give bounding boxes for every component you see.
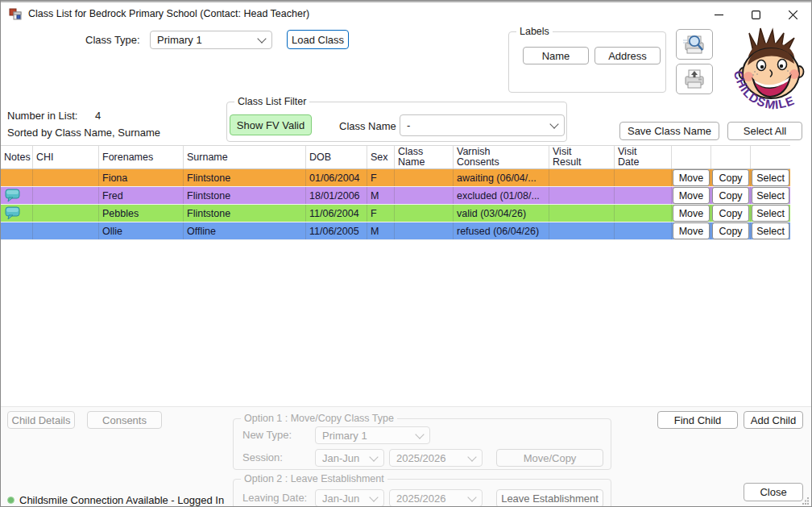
close-button[interactable] bbox=[774, 2, 811, 27]
table-header: Notes CHI Forenames Surname DOB Sex Clas… bbox=[1, 145, 790, 169]
col-class-name: Class Name bbox=[398, 147, 434, 168]
col-sex: Sex bbox=[371, 152, 388, 163]
note-icon[interactable] bbox=[4, 206, 20, 220]
session-month-value: Jan-Jun bbox=[322, 452, 359, 464]
table-row[interactable]: Ollie Offline 11/06/2005 M refused (06/0… bbox=[1, 222, 790, 240]
class-type-label: Class Type: bbox=[85, 34, 140, 46]
class-type-select[interactable]: Primary 1 bbox=[150, 31, 272, 49]
resize-grip[interactable] bbox=[802, 497, 810, 505]
move-copy-button[interactable]: Move/Copy bbox=[496, 449, 603, 467]
load-class-button[interactable]: Load Class bbox=[287, 30, 349, 49]
select-button[interactable]: Select bbox=[752, 222, 789, 239]
leaving-month-select[interactable]: Jan-Jun bbox=[315, 489, 384, 507]
col-dob: DOB bbox=[309, 152, 331, 163]
print-preview-icon bbox=[682, 33, 706, 56]
select-button[interactable]: Select bbox=[752, 169, 789, 186]
chevron-down-icon bbox=[369, 492, 378, 501]
session-label: Session: bbox=[242, 451, 283, 463]
number-in-list-label: Number in List: bbox=[7, 110, 77, 122]
table-row[interactable]: Pebbles Flintstone 11/06/2004 F valid (0… bbox=[1, 205, 790, 222]
close-window-button[interactable]: Close bbox=[744, 483, 803, 501]
new-type-label: New Type: bbox=[242, 429, 292, 441]
number-in-list-value: 4 bbox=[95, 110, 101, 122]
session-month-select[interactable]: Jan-Jun bbox=[315, 449, 384, 467]
labels-group-title: Labels bbox=[516, 26, 553, 37]
chevron-down-icon bbox=[467, 452, 476, 461]
maximize-icon bbox=[752, 10, 760, 19]
class-name-select[interactable]: - bbox=[400, 114, 565, 136]
new-type-select[interactable]: Primary 1 bbox=[315, 426, 430, 444]
move-button[interactable]: Move bbox=[673, 187, 710, 204]
col-chi: CHI bbox=[36, 152, 54, 163]
option2-title: Option 2 : Leave Establishment bbox=[241, 473, 387, 484]
copy-button[interactable]: Copy bbox=[712, 169, 749, 186]
col-varnish-consents: Varnish Consents bbox=[457, 147, 513, 168]
child-details-button[interactable]: Child Details bbox=[7, 411, 75, 429]
move-button[interactable]: Move bbox=[673, 205, 710, 222]
connection-status-text: Childsmile Connection Available - Logged… bbox=[19, 494, 224, 506]
class-name-filter-label: Class Name bbox=[339, 120, 396, 132]
leaving-date-label: Leaving Date: bbox=[242, 492, 307, 504]
table-row[interactable]: Fred Flintstone 18/01/2006 M excluded (0… bbox=[1, 187, 790, 205]
class-list-table: Notes CHI Forenames Surname DOB Sex Clas… bbox=[1, 145, 790, 240]
maximize-button[interactable] bbox=[737, 2, 774, 27]
col-forenames: Forenames bbox=[102, 152, 153, 163]
leaving-year-select[interactable]: 2025/2026 bbox=[389, 489, 483, 507]
print-button[interactable] bbox=[676, 64, 713, 94]
session-year-value: 2025/2026 bbox=[396, 452, 445, 464]
chevron-down-icon bbox=[369, 452, 378, 461]
chevron-down-icon bbox=[549, 119, 558, 128]
class-type-value: Primary 1 bbox=[157, 34, 202, 46]
leaving-year-value: 2025/2026 bbox=[396, 492, 445, 505]
printer-icon bbox=[682, 68, 706, 90]
window-title: Class List for Bedrock Primary School (C… bbox=[28, 8, 309, 19]
copy-button[interactable]: Copy bbox=[712, 187, 749, 204]
labels-address-button[interactable]: Address bbox=[594, 47, 661, 64]
select-all-button[interactable]: Select All bbox=[727, 122, 802, 140]
minimize-icon bbox=[715, 10, 723, 19]
class-list-window: Class List for Bedrock Primary School (C… bbox=[0, 0, 812, 507]
save-class-name-button[interactable]: Save Class Name bbox=[619, 122, 719, 140]
note-icon[interactable] bbox=[4, 189, 20, 202]
col-surname: Surname bbox=[187, 152, 228, 163]
leave-establishment-button[interactable]: Leave Establishment bbox=[496, 489, 603, 507]
app-icon bbox=[9, 7, 22, 20]
chevron-down-icon bbox=[415, 430, 424, 438]
leaving-month-value: Jan-Jun bbox=[322, 492, 359, 505]
labels-name-button[interactable]: Name bbox=[523, 47, 589, 64]
move-button[interactable]: Move bbox=[673, 169, 710, 186]
col-visit-result: Visit Result bbox=[553, 147, 593, 168]
session-year-select[interactable]: 2025/2026 bbox=[389, 449, 483, 467]
chevron-down-icon bbox=[257, 34, 266, 43]
new-type-value: Primary 1 bbox=[322, 430, 367, 442]
col-notes: Notes bbox=[4, 152, 31, 163]
option1-title: Option 1 : Move/Copy Class Type bbox=[241, 413, 397, 424]
class-name-value: - bbox=[407, 119, 410, 131]
copy-button[interactable]: Copy bbox=[712, 205, 749, 222]
class-list-filter-title: Class List Filter bbox=[234, 96, 309, 107]
childsmile-logo: CHILDSMILE bbox=[730, 25, 812, 115]
copy-button[interactable]: Copy bbox=[712, 222, 749, 239]
show-fv-valid-button[interactable]: Show FV Valid bbox=[230, 114, 312, 135]
minimize-button[interactable] bbox=[700, 2, 737, 27]
move-button[interactable]: Move bbox=[673, 222, 710, 239]
sorted-by-text: Sorted by Class Name, Surname bbox=[7, 127, 160, 139]
consents-button[interactable]: Consents bbox=[87, 411, 162, 429]
table-row[interactable]: Fiona Flintstone 01/06/2004 F awaiting (… bbox=[1, 169, 790, 187]
chevron-down-icon bbox=[467, 492, 476, 501]
print-preview-button[interactable] bbox=[676, 29, 713, 60]
select-button[interactable]: Select bbox=[752, 187, 789, 204]
add-child-button[interactable]: Add Child bbox=[744, 411, 803, 429]
close-icon bbox=[789, 10, 798, 19]
find-child-button[interactable]: Find Child bbox=[657, 411, 738, 429]
col-visit-date: Visit Date bbox=[618, 147, 658, 168]
select-button[interactable]: Select bbox=[752, 205, 789, 222]
title-bar: Class List for Bedrock Primary School (C… bbox=[1, 1, 811, 25]
connection-status-icon bbox=[7, 497, 14, 504]
